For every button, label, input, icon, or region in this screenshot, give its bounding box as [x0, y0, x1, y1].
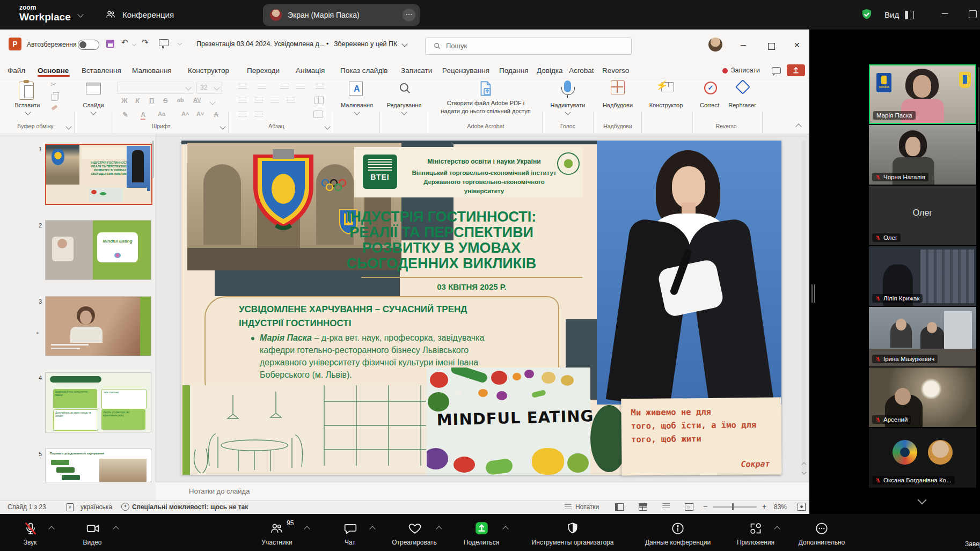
cut-icon[interactable]: ✂: [50, 80, 56, 89]
zoom-percentage[interactable]: 83%: [774, 503, 787, 511]
tab-help[interactable]: Довідка: [537, 67, 563, 75]
ppt-minimize-icon[interactable]: ─: [741, 41, 746, 49]
apps-icon[interactable]: [749, 521, 763, 535]
comments-icon[interactable]: [772, 67, 781, 74]
tab-record[interactable]: Записати: [401, 67, 432, 75]
language-status[interactable]: українська: [81, 503, 112, 511]
zoom-slider-track[interactable]: [713, 506, 757, 508]
toolbar-more-button[interactable]: Дополнительно: [784, 539, 859, 546]
underline-icon[interactable]: П: [149, 97, 154, 105]
columns-icon[interactable]: [315, 97, 324, 104]
notes-pane[interactable]: Нотатки до слайда: [156, 482, 809, 501]
account-avatar[interactable]: [708, 38, 722, 52]
tab-draw[interactable]: Малювання: [132, 67, 172, 75]
tab-animations[interactable]: Анімація: [296, 67, 325, 75]
align-left-icon[interactable]: [238, 98, 247, 104]
toolbar-meeting-info-button[interactable]: Данные конференции: [624, 539, 732, 546]
align-right-icon[interactable]: [270, 98, 279, 104]
participant-tile-chorna[interactable]: Чорна Наталія: [869, 125, 976, 185]
strikethrough-icon[interactable]: S: [163, 97, 168, 105]
start-slideshow-icon[interactable]: [159, 39, 169, 46]
maximize-window-icon[interactable]: [969, 10, 977, 18]
view-button[interactable]: Вид: [884, 10, 899, 19]
copy-icon[interactable]: [52, 94, 57, 101]
indent-decrease-icon[interactable]: [280, 84, 289, 90]
record-button[interactable]: Записати: [731, 67, 760, 74]
host-tools-icon[interactable]: [566, 521, 580, 535]
participant-tile-maria[interactable]: УКРАЇНА Марія Паска: [869, 64, 976, 124]
slide-thumbnail-1[interactable]: ІНДУСТРІЯ ГОСТИННОСТІ: РЕАЛІЇ ТА ПЕРСПЕК…: [45, 144, 152, 205]
tab-acrobat[interactable]: Acrobat: [569, 67, 594, 75]
tab-view[interactable]: Подання: [499, 67, 529, 75]
designer-button[interactable]: Конструктор: [643, 102, 689, 108]
italic-icon[interactable]: К: [135, 97, 140, 105]
redo-icon[interactable]: ↷: [142, 38, 149, 47]
security-shield-icon[interactable]: [860, 8, 874, 21]
save-icon[interactable]: [106, 40, 114, 48]
participant-tile-oleg[interactable]: Олег Олег: [869, 186, 976, 245]
participant-tile-oksana[interactable]: Оксана Богданівна Ко...: [869, 428, 976, 488]
more-icon[interactable]: [815, 521, 829, 535]
slideshow-view-icon[interactable]: ▷: [685, 503, 693, 511]
thumbnail-scrollbar[interactable]: [152, 141, 154, 178]
line-spacing-icon[interactable]: [316, 84, 324, 90]
undo-icon[interactable]: ↶: [121, 38, 128, 47]
reading-view-icon[interactable]: [662, 503, 670, 509]
slide-thumbnail-3[interactable]: [45, 296, 151, 356]
addins-button[interactable]: Надбудови: [596, 102, 640, 108]
clear-format-icon[interactable]: А: [214, 111, 218, 119]
character-spacing-icon[interactable]: AV: [193, 97, 201, 103]
minimize-window-icon[interactable]: ─: [942, 9, 948, 18]
bold-icon[interactable]: Ж: [121, 97, 128, 105]
participants-icon[interactable]: [269, 521, 283, 535]
toolbar-end-button[interactable]: Завершить: [965, 539, 980, 548]
text-direction-icon[interactable]: [238, 112, 247, 117]
collapse-participants-chevron-icon[interactable]: [918, 496, 927, 505]
strike2-icon[interactable]: ab: [177, 97, 184, 103]
font-name-combo[interactable]: [117, 82, 194, 94]
change-case-icon[interactable]: Аа: [158, 111, 165, 117]
tab-file[interactable]: Файл: [8, 67, 25, 75]
font-size-combo[interactable]: 32: [196, 82, 222, 94]
align-center-icon[interactable]: [254, 98, 263, 104]
correct-button[interactable]: Correct: [693, 102, 726, 108]
ppt-maximize-icon[interactable]: [768, 43, 775, 50]
tab-more-icon[interactable]: ⋯: [403, 9, 415, 21]
reactions-icon[interactable]: [408, 521, 422, 535]
fit-slide-icon[interactable]: [798, 503, 806, 511]
paste-button[interactable]: Вставити: [9, 102, 46, 108]
participant-tile-liliya[interactable]: Лілія Крижак: [869, 246, 976, 306]
participant-tile-iryna[interactable]: Ірина Мазуркевич: [869, 307, 976, 366]
meeting-info-icon[interactable]: [671, 521, 685, 535]
chat-icon[interactable]: [343, 521, 357, 535]
accessibility-status[interactable]: Спеціальні можливості: щось не так: [132, 503, 248, 511]
font-color-icon[interactable]: А: [141, 111, 145, 120]
search-box[interactable]: Пошук: [425, 38, 632, 55]
toolbar-react-button[interactable]: Отреагировать: [382, 539, 447, 546]
zoom-in-icon[interactable]: +: [762, 502, 766, 511]
zoom-out-icon[interactable]: −: [703, 502, 707, 511]
slide-scrollbar[interactable]: [802, 141, 806, 475]
slide-thumbnail-2[interactable]: Mindful Eating: [45, 220, 151, 280]
toolbar-apps-button[interactable]: Приложения: [723, 539, 788, 546]
bullets-icon[interactable]: [238, 84, 247, 90]
drawing-button[interactable]: Малювання: [335, 102, 378, 108]
slide-counter[interactable]: Слайд 1 з 23: [8, 503, 46, 511]
panel-resize-handle-2[interactable]: [814, 284, 815, 303]
adobe-pdf-button-line2[interactable]: надати до нього спільний доступ: [432, 108, 539, 114]
tab-conference[interactable]: Конференция: [122, 10, 174, 19]
indent-increase-icon[interactable]: [296, 84, 305, 90]
panel-resize-handle[interactable]: [811, 284, 813, 303]
editing-button[interactable]: Редагування: [383, 102, 426, 108]
tab-slideshow[interactable]: Показ слайдів: [340, 67, 387, 75]
workspace-chevron-icon[interactable]: [77, 11, 83, 17]
grow-font-icon[interactable]: А˄: [181, 111, 189, 117]
tab-home[interactable]: Основне: [38, 67, 69, 75]
participant-tile-arseniy[interactable]: Арсений: [869, 368, 976, 427]
autosave-toggle[interactable]: [78, 40, 99, 50]
tab-review[interactable]: Рецензування: [442, 67, 489, 75]
zoom-slider-thumb[interactable]: [732, 503, 734, 510]
toolbar-video-button[interactable]: Видео: [71, 539, 114, 546]
tab-transitions[interactable]: Переходи: [247, 67, 280, 75]
saved-status[interactable]: Збережено у цей ПК: [334, 40, 397, 48]
